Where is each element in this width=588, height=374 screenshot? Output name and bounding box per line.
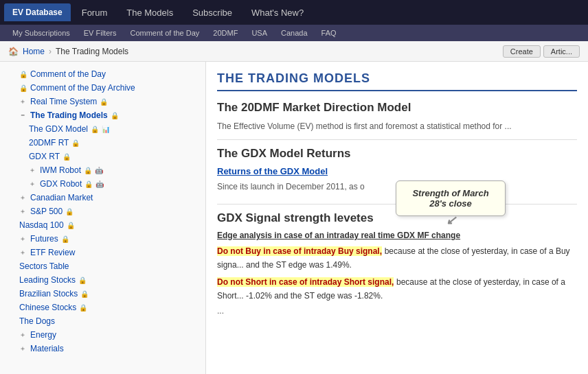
create-button[interactable]: Create <box>503 45 541 58</box>
sidebar-label: Real Time System <box>30 97 97 106</box>
top-nav: EV Database Forum The Models Subscribe W… <box>0 0 588 25</box>
section1-text: The Effective Volume (EV) method is firs… <box>217 120 577 132</box>
forum-nav-btn[interactable]: Forum <box>72 0 117 25</box>
sidebar-item-gdx-model[interactable]: The GDX Model 🔒 📊 <box>0 122 205 136</box>
sidebar-label: GDX RT <box>29 152 60 161</box>
sidebar-item-sectors-table[interactable]: Sectors Table <box>0 259 205 273</box>
sidebar-label: The Trading Models <box>30 110 108 120</box>
ev-filters-nav[interactable]: EV Filters <box>77 25 124 41</box>
lock-icon: 🔒 <box>91 126 99 133</box>
sidebar-item-leading-stocks[interactable]: Leading Stocks 🔒 <box>0 273 205 287</box>
sidebar-item-real-time[interactable]: ＋ Real Time System 🔒 <box>0 95 205 108</box>
sidebar-item-20dmf-rt[interactable]: 20DMF RT 🔒 <box>0 136 205 150</box>
lock-icon: 🔒 <box>111 112 119 119</box>
sidebar-label: Materials <box>30 344 64 353</box>
sidebar-item-materials[interactable]: ＋ Materials <box>0 342 205 355</box>
plus-icon: ＋ <box>19 234 26 244</box>
sidebar-label: Futures <box>30 234 58 244</box>
sidebar-label: Comment of the Day <box>30 69 106 79</box>
robot-icon: 🤖 <box>95 167 103 174</box>
sidebar-label: Energy <box>30 330 56 340</box>
tooltip-text: Strength of March 28's close <box>412 188 488 209</box>
breadcrumb-bar: 🏠 Home › The Trading Models Create Artic… <box>0 41 588 62</box>
sidebar-label: The Dogs <box>19 316 55 326</box>
sidebar-item-canadian-market[interactable]: ＋ Canadian Market <box>0 191 205 204</box>
sidebar-label: 20DMF RT <box>29 138 69 148</box>
lock-icon: 🔒 <box>100 98 108 106</box>
sidebar-label: Chinese Stocks <box>19 303 76 312</box>
breadcrumb-actions: Create Artic... <box>503 45 580 58</box>
sidebar-item-trading-models[interactable]: － The Trading Models 🔒 <box>0 108 205 122</box>
sidebar-label: The GDX Model <box>29 124 88 134</box>
edge-analysis-title: Edge analysis in case of an intraday rea… <box>217 231 577 240</box>
plus-icon: ＋ <box>19 207 26 216</box>
section2-title: The GDX Model Returns <box>217 147 577 161</box>
sidebar-item-energy[interactable]: ＋ Energy <box>0 328 205 342</box>
lock-icon: 🔒 <box>79 304 87 312</box>
canada-nav[interactable]: Canada <box>274 25 315 41</box>
lock-icon: 🔒 <box>84 180 93 188</box>
breadcrumb-separator: › <box>49 47 52 56</box>
lock-icon: 🔒 <box>19 84 27 92</box>
article-button[interactable]: Artic... <box>543 45 580 58</box>
lock-icon: 🔒 <box>63 153 71 161</box>
sidebar-item-etf-review[interactable]: ＋ ETF Review <box>0 246 205 259</box>
plus-icon: ＋ <box>19 330 26 340</box>
home-link[interactable]: Home <box>23 47 45 56</box>
faq-nav[interactable]: FAQ <box>315 25 343 41</box>
sidebar-item-iwm-robot[interactable]: ＋ IWM Robot 🔒 🤖 <box>0 163 205 177</box>
sidebar-item-comment-archive[interactable]: 🔒 Comment of the Day Archive <box>0 81 205 95</box>
chart-icon: 📊 <box>102 126 110 133</box>
tooltip-box: Strength of March 28's close ↙ <box>396 180 506 216</box>
plus-icon: ＋ <box>19 344 26 353</box>
lock-icon: 🔒 <box>84 167 92 174</box>
sidebar-label: Canadian Market <box>30 193 93 202</box>
highlight-buy: Do not Buy in case of intraday Buy signa… <box>217 246 382 256</box>
sidebar-item-futures[interactable]: ＋ Futures 🔒 <box>0 232 205 246</box>
sidebar-label: Nasdaq 100 <box>19 220 64 230</box>
20dmf-nav[interactable]: 20DMF <box>206 25 245 41</box>
sidebar-item-sp500[interactable]: ＋ S&P 500 🔒 <box>0 204 205 218</box>
sidebar-item-gdx-rt[interactable]: GDX RT 🔒 <box>0 150 205 163</box>
plus-icon: ＋ <box>19 193 26 202</box>
sidebar-item-chinese-stocks[interactable]: Chinese Stocks 🔒 <box>0 301 205 314</box>
content-area: THE TRADING MODELS The 20DMF Market Dire… <box>206 62 588 374</box>
usa-nav[interactable]: USA <box>245 25 274 41</box>
lock-icon: 🔒 <box>65 208 74 215</box>
lock-icon: 🔒 <box>71 139 80 147</box>
whats-new-nav-btn[interactable]: What's New? <box>242 0 313 25</box>
comment-day-nav[interactable]: Comment of the Day <box>123 25 206 41</box>
models-nav-btn[interactable]: The Models <box>117 0 183 25</box>
sidebar-item-the-dogs[interactable]: The Dogs <box>0 314 205 328</box>
sidebar-label: ETF Review <box>30 248 75 257</box>
section2-body: Since its launch in December 2011, as o … <box>217 180 577 193</box>
sidebar-label: GDX Robot <box>40 179 82 189</box>
lock-icon: 🔒 <box>80 290 89 298</box>
lock-icon: 🔒 <box>78 277 87 284</box>
sidebar-item-comment-day[interactable]: 🔒 Comment of the Day <box>0 67 205 81</box>
my-subscriptions-nav[interactable]: My Subscriptions <box>5 25 77 41</box>
signal-line-2: Do not Short in case of intraday Short s… <box>217 275 577 302</box>
plus-icon: ＋ <box>19 97 26 106</box>
section2-subtitle[interactable]: Returns of the GDX Model <box>217 166 577 176</box>
subscribe-nav-btn[interactable]: Subscribe <box>183 0 242 25</box>
sidebar-item-gdx-robot[interactable]: ＋ GDX Robot 🔒 🤖 <box>0 177 205 191</box>
breadcrumb: 🏠 Home › The Trading Models <box>8 47 128 56</box>
lock-icon: 🔒 <box>67 222 75 229</box>
sidebar-label: S&P 500 <box>30 207 63 216</box>
ev-database-logo[interactable]: EV Database <box>4 3 71 21</box>
sidebar-item-nasdaq100[interactable]: Nasdaq 100 🔒 <box>0 218 205 232</box>
plus-icon: ＋ <box>19 248 26 257</box>
sub-nav: My Subscriptions EV Filters Comment of t… <box>0 25 588 41</box>
sidebar-label: Sectors Table <box>19 261 69 271</box>
divider1 <box>217 139 577 140</box>
section2-text: Since its launch in December 2011, as o <box>217 182 365 191</box>
plus-icon: ＋ <box>29 165 36 175</box>
main-layout: 🔒 Comment of the Day 🔒 Comment of the Da… <box>0 62 588 374</box>
robot-icon: 🤖 <box>95 180 104 188</box>
sidebar-item-brazilian-stocks[interactable]: Brazilian Stocks 🔒 <box>0 287 205 301</box>
minus-icon: － <box>19 110 26 120</box>
lock-icon: 🔒 <box>61 235 69 243</box>
sidebar-label: Brazilian Stocks <box>19 289 78 299</box>
home-icon: 🏠 <box>8 47 19 56</box>
